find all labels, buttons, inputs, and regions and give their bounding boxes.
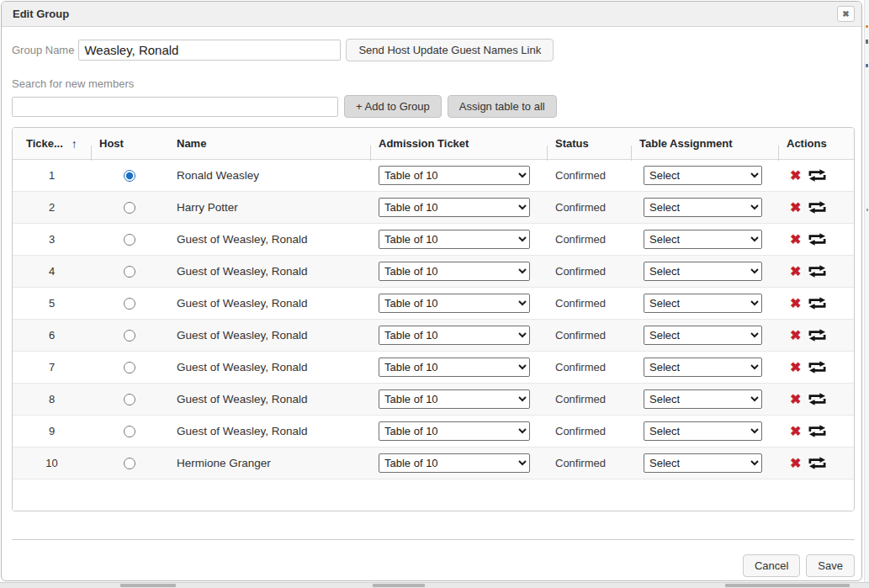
table-body: 1 Ronald Weasley Table of 10 Confirmed S… <box>13 160 854 479</box>
delete-member-icon[interactable]: ✖ <box>790 361 801 374</box>
table-row: 8 Guest of Weasley, Ronald Table of 10 C… <box>13 384 854 416</box>
search-section: Search for new members + Add to Group As… <box>12 77 855 118</box>
swap-transfer-icon[interactable] <box>808 200 827 215</box>
column-header-actions: Actions <box>778 137 854 150</box>
table-assignment-select[interactable]: Select <box>644 198 762 217</box>
admission-ticket-select[interactable]: Table of 10 <box>379 262 530 281</box>
column-header-host[interactable]: Host <box>91 137 168 150</box>
member-name: Guest of Weasley, Ronald <box>168 393 370 405</box>
swap-transfer-icon[interactable] <box>808 360 827 374</box>
host-radio[interactable] <box>124 234 135 246</box>
swap-transfer-icon[interactable] <box>808 232 827 246</box>
column-header-status[interactable]: Status <box>547 137 631 150</box>
table-assignment-select[interactable]: Select <box>644 230 762 249</box>
delete-member-icon[interactable]: ✖ <box>790 329 801 342</box>
search-members-input[interactable] <box>12 97 338 117</box>
table-assignment-select[interactable]: Select <box>644 421 762 441</box>
host-radio[interactable] <box>124 202 135 214</box>
swap-transfer-icon[interactable] <box>808 424 827 438</box>
admission-ticket-select[interactable]: Table of 10 <box>379 358 530 377</box>
background-speck <box>866 40 868 44</box>
member-name: Guest of Weasley, Ronald <box>168 233 370 246</box>
swap-transfer-icon[interactable] <box>808 328 827 342</box>
admission-ticket-select[interactable]: Table of 10 <box>379 294 530 313</box>
delete-member-icon[interactable]: ✖ <box>790 201 801 215</box>
swap-transfer-icon[interactable] <box>808 392 827 406</box>
status-text: Confirmed <box>547 361 631 373</box>
table-assignment-select[interactable]: Select <box>644 389 762 409</box>
status-text: Confirmed <box>547 425 631 437</box>
delete-member-icon[interactable]: ✖ <box>790 425 801 438</box>
host-radio[interactable] <box>124 362 135 373</box>
table-row: 3 Guest of Weasley, Ronald Table of 10 C… <box>13 224 854 256</box>
host-radio[interactable] <box>124 298 135 310</box>
background-text-fragment <box>725 584 850 587</box>
modal-header: Edit Group ✖ <box>2 2 861 27</box>
delete-member-icon[interactable]: ✖ <box>790 233 801 246</box>
admission-ticket-select[interactable]: Table of 10 <box>379 230 530 249</box>
ticket-number: 3 <box>13 233 91 246</box>
status-text: Confirmed <box>547 393 631 405</box>
column-header-ticket[interactable]: Ticke... ↑ <box>13 137 91 151</box>
host-radio[interactable] <box>124 426 135 437</box>
member-name: Guest of Weasley, Ronald <box>168 361 370 373</box>
swap-transfer-icon[interactable] <box>808 296 827 310</box>
member-name: Guest of Weasley, Ronald <box>168 297 370 310</box>
background-speck <box>866 25 868 28</box>
delete-member-icon[interactable]: ✖ <box>790 393 801 406</box>
assign-table-to-all-button[interactable]: Assign table to all <box>448 95 557 118</box>
swap-transfer-icon[interactable] <box>808 264 827 278</box>
background-speck <box>866 64 868 67</box>
admission-ticket-select[interactable]: Table of 10 <box>379 198 530 217</box>
status-text: Confirmed <box>547 297 631 310</box>
host-radio[interactable] <box>124 394 135 405</box>
status-text: Confirmed <box>547 329 631 342</box>
host-radio[interactable] <box>124 170 135 182</box>
column-header-table-assignment[interactable]: Table Assignment <box>631 137 778 150</box>
cancel-button[interactable]: Cancel <box>743 554 800 577</box>
delete-member-icon[interactable]: ✖ <box>790 169 801 183</box>
close-icon[interactable]: ✖ <box>837 6 855 22</box>
members-table: Ticke... ↑ Host Name Admission Ticket St… <box>12 127 855 511</box>
ticket-number: 9 <box>13 425 91 437</box>
admission-ticket-select[interactable]: Table of 10 <box>379 389 530 409</box>
background-text-fragment <box>373 584 425 587</box>
search-label: Search for new members <box>12 77 855 90</box>
group-name-row: Group Name Send Host Update Guest Names … <box>12 39 855 61</box>
host-radio[interactable] <box>124 330 135 342</box>
group-name-label: Group Name <box>12 44 74 56</box>
ticket-number: 8 <box>13 393 91 405</box>
table-row: 7 Guest of Weasley, Ronald Table of 10 C… <box>13 352 854 384</box>
background-speck <box>866 209 868 211</box>
table-row: 1 Ronald Weasley Table of 10 Confirmed S… <box>13 160 854 192</box>
send-host-update-button[interactable]: Send Host Update Guest Names Link <box>346 39 554 61</box>
save-button[interactable]: Save <box>806 554 855 577</box>
admission-ticket-select[interactable]: Table of 10 <box>379 166 530 185</box>
column-header-admission-ticket[interactable]: Admission Ticket <box>370 137 547 150</box>
swap-transfer-icon[interactable] <box>808 168 827 183</box>
admission-ticket-select[interactable]: Table of 10 <box>379 421 530 441</box>
column-header-name[interactable]: Name <box>168 137 370 150</box>
ticket-number: 7 <box>13 361 91 373</box>
status-text: Confirmed <box>547 265 631 278</box>
table-assignment-select[interactable]: Select <box>644 166 762 185</box>
table-assignment-select[interactable]: Select <box>644 453 762 473</box>
delete-member-icon[interactable]: ✖ <box>790 265 801 278</box>
admission-ticket-select[interactable]: Table of 10 <box>379 453 530 473</box>
host-radio[interactable] <box>124 266 135 278</box>
footer-divider <box>12 539 855 540</box>
delete-member-icon[interactable]: ✖ <box>790 297 801 310</box>
admission-ticket-select[interactable]: Table of 10 <box>379 326 530 345</box>
host-radio[interactable] <box>124 458 135 469</box>
background-text-fragment <box>120 584 176 587</box>
delete-member-icon[interactable]: ✖ <box>790 457 801 470</box>
table-row: 6 Guest of Weasley, Ronald Table of 10 C… <box>13 320 854 352</box>
add-to-group-button[interactable]: + Add to Group <box>344 95 442 118</box>
table-assignment-select[interactable]: Select <box>644 358 762 377</box>
table-assignment-select[interactable]: Select <box>644 326 762 345</box>
group-name-input[interactable] <box>78 40 341 61</box>
edit-group-modal: Edit Group ✖ Group Name Send Host Update… <box>1 1 862 581</box>
table-assignment-select[interactable]: Select <box>644 294 762 313</box>
swap-transfer-icon[interactable] <box>808 456 827 470</box>
table-assignment-select[interactable]: Select <box>644 262 762 281</box>
